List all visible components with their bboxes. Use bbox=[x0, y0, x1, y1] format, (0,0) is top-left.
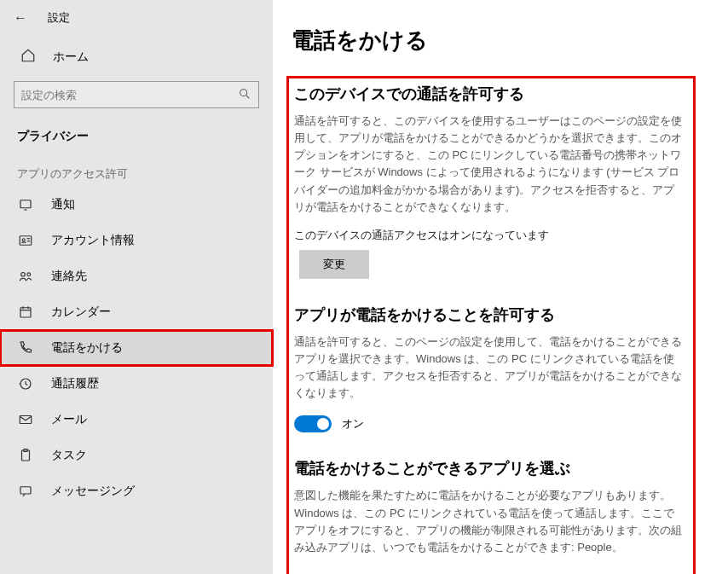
sidebar-item-call-history[interactable]: 通話履歴 bbox=[0, 366, 273, 402]
tasks-icon bbox=[17, 448, 34, 463]
sidebar-item-label: 通知 bbox=[51, 197, 75, 212]
sidebar-item-label: メッセージング bbox=[51, 484, 135, 499]
content-highlight: このデバイスでの通話を許可する 通話を許可すると、このデバイスを使用するユーザー… bbox=[286, 76, 696, 574]
section-label-privacy: プライバシー bbox=[0, 124, 273, 151]
sidebar-item-messaging[interactable]: メッセージング bbox=[0, 473, 273, 509]
svg-rect-2 bbox=[20, 200, 31, 208]
calendar-icon bbox=[17, 304, 34, 320]
search-box[interactable] bbox=[14, 81, 259, 108]
sidebar-item-label: メール bbox=[51, 412, 87, 427]
phone-icon bbox=[17, 340, 34, 356]
sidebar-item-calendar[interactable]: カレンダー bbox=[0, 294, 273, 330]
search-input[interactable] bbox=[21, 89, 238, 101]
messaging-icon bbox=[17, 484, 34, 499]
sidebar: ← 設定 ホーム プライバシー アプリのアクセス許可 通知 アカウント情報 連絡… bbox=[0, 0, 273, 574]
svg-line-1 bbox=[246, 96, 249, 98]
content-area: 電話をかける このデバイスでの通話を許可する 通話を許可すると、このデバイスを使… bbox=[273, 0, 728, 574]
settings-title: 設定 bbox=[48, 10, 70, 26]
section-heading-app-allow: アプリが電話をかけることを許可する bbox=[294, 304, 685, 325]
app-allow-toggle-row: オン bbox=[294, 415, 685, 432]
notification-icon bbox=[17, 197, 34, 212]
svg-point-8 bbox=[27, 273, 31, 276]
account-icon bbox=[17, 233, 34, 248]
change-button[interactable]: 変更 bbox=[299, 250, 369, 279]
mail-icon bbox=[17, 412, 34, 427]
sidebar-item-tasks[interactable]: タスク bbox=[0, 438, 273, 473]
sidebar-item-label: 連絡先 bbox=[51, 269, 87, 284]
sidebar-item-label: 電話をかける bbox=[51, 340, 123, 356]
svg-point-0 bbox=[240, 89, 247, 96]
home-label: ホーム bbox=[53, 49, 89, 65]
app-allow-toggle[interactable] bbox=[294, 415, 332, 432]
section-body-app-allow: 通話を許可すると、このページの設定を使用して、電話をかけることができるアプリを選… bbox=[294, 333, 685, 403]
sidebar-header: ← 設定 bbox=[0, 0, 273, 32]
history-icon bbox=[17, 376, 34, 391]
sidebar-item-phone[interactable]: 電話をかける bbox=[0, 330, 273, 366]
toggle-label: オン bbox=[342, 416, 364, 432]
home-icon bbox=[20, 48, 36, 66]
sidebar-item-contacts[interactable]: 連絡先 bbox=[0, 258, 273, 294]
sidebar-item-label: タスク bbox=[51, 448, 87, 463]
section-heading-choose-apps: 電話をかけることができるアプリを選ぶ bbox=[294, 458, 685, 478]
sidebar-item-label: アカウント情報 bbox=[51, 233, 135, 248]
device-access-status: このデバイスの通話アクセスはオンになっています bbox=[294, 228, 685, 243]
search-icon bbox=[238, 87, 251, 103]
svg-rect-14 bbox=[20, 416, 32, 424]
home-button[interactable]: ホーム bbox=[0, 32, 273, 76]
svg-point-4 bbox=[22, 239, 25, 241]
sidebar-item-label: 通話履歴 bbox=[51, 376, 99, 391]
toggle-thumb bbox=[317, 418, 329, 430]
sidebar-item-notifications[interactable]: 通知 bbox=[0, 187, 273, 223]
contacts-icon bbox=[17, 269, 34, 284]
svg-rect-3 bbox=[20, 236, 32, 246]
svg-rect-9 bbox=[20, 308, 31, 317]
section-body-choose-apps: 意図した機能を果たすために電話をかけることが必要なアプリもあります。Window… bbox=[294, 487, 685, 556]
sidebar-item-mail[interactable]: メール bbox=[0, 402, 273, 438]
sidebar-item-label: カレンダー bbox=[51, 304, 111, 320]
page-title: 電話をかける bbox=[292, 26, 696, 55]
back-arrow-icon[interactable]: ← bbox=[14, 10, 27, 26]
section-body-device-access: 通話を許可すると、このデバイスを使用するユーザーはこのページの設定を使用して、ア… bbox=[294, 113, 685, 216]
sidebar-item-account[interactable]: アカウント情報 bbox=[0, 223, 273, 258]
section-heading-device-access: このデバイスでの通話を許可する bbox=[294, 84, 685, 104]
svg-rect-17 bbox=[20, 487, 31, 494]
section-sublabel-app-permissions: アプリのアクセス許可 bbox=[0, 151, 273, 187]
svg-point-7 bbox=[21, 273, 26, 277]
